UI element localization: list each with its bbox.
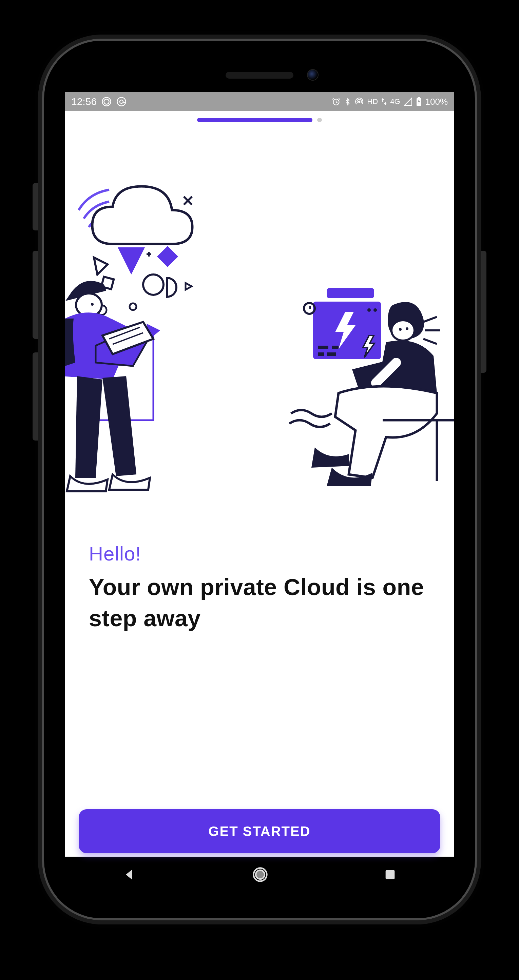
onboarding-headline: Your own private Cloud is one step away (89, 572, 430, 634)
phone-speaker (225, 72, 294, 79)
svg-point-2 (120, 100, 123, 103)
android-nav-bar (65, 857, 454, 894)
onboarding-page: Hello! Your own private Cloud is one ste… (65, 111, 454, 857)
onboarding-greeting: Hello! (89, 542, 430, 565)
svg-marker-7 (118, 247, 145, 274)
svg-point-37 (256, 870, 265, 879)
onboarding-illustration (65, 122, 454, 529)
nav-back-icon[interactable] (122, 867, 137, 883)
svg-point-26 (374, 309, 377, 312)
phone-volume-down (33, 352, 44, 441)
hotspot-icon (355, 97, 364, 106)
svg-rect-30 (327, 352, 336, 356)
battery-icon (416, 97, 422, 107)
signal-icon (404, 97, 412, 106)
get-started-button[interactable]: GET STARTED (79, 809, 440, 853)
svg-rect-6 (418, 97, 420, 98)
svg-rect-21 (327, 288, 374, 298)
svg-point-16 (129, 303, 136, 310)
page-dot-1[interactable] (197, 118, 312, 122)
status-battery-text: 100% (425, 97, 448, 107)
status-time: 12:56 (71, 96, 97, 107)
at-circle-icon (117, 97, 126, 107)
svg-point-19 (91, 303, 94, 305)
nav-home-icon[interactable] (251, 866, 269, 885)
svg-rect-38 (385, 870, 394, 879)
svg-point-25 (367, 309, 371, 312)
svg-point-4 (359, 101, 360, 102)
phone-screen: 12:56 (65, 92, 454, 894)
status-bar: 12:56 (65, 92, 454, 111)
svg-rect-28 (332, 346, 339, 349)
svg-rect-29 (318, 352, 324, 356)
page-dot-2[interactable] (317, 118, 322, 122)
q-circle-icon (101, 97, 112, 107)
svg-point-33 (406, 327, 409, 330)
svg-rect-8 (157, 246, 178, 267)
nav-recent-icon[interactable] (383, 868, 397, 883)
data-arrows-icon (381, 98, 387, 105)
svg-marker-9 (94, 258, 107, 274)
phone-power-button (475, 251, 486, 373)
svg-rect-27 (318, 346, 328, 349)
svg-point-31 (391, 320, 415, 340)
page-indicator (65, 118, 454, 122)
svg-point-32 (399, 328, 402, 331)
alarm-icon (332, 97, 340, 106)
phone-frame: 12:56 (44, 41, 475, 918)
status-hd-label: HD (367, 97, 378, 106)
phone-side-button (33, 183, 44, 231)
bluetooth-icon (344, 97, 351, 106)
phone-front-camera (307, 69, 319, 81)
svg-rect-24 (309, 305, 311, 309)
status-4g-label: 4G (390, 97, 400, 106)
svg-point-10 (143, 274, 163, 295)
phone-volume-up (33, 251, 44, 339)
